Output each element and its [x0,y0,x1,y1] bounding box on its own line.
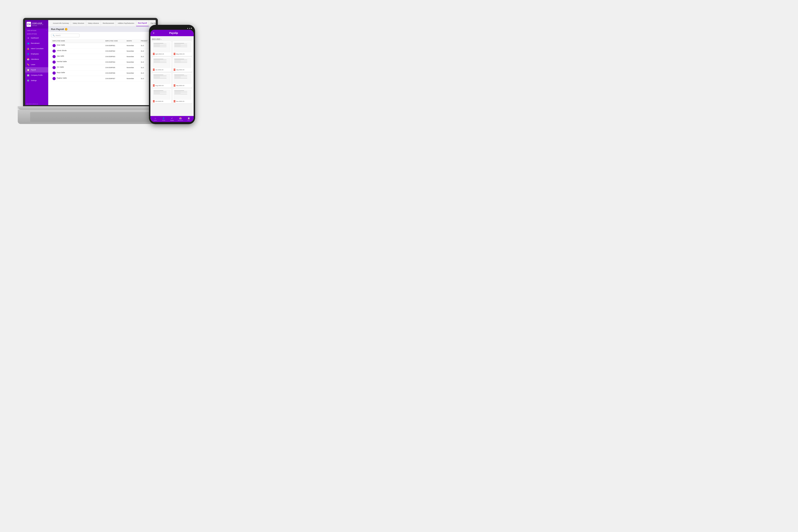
month: November [127,50,141,52]
payslip-card-may[interactable]: PDF May-2022-23 [173,41,192,56]
table-row: Raya Sable | CH3-EMP006 November 31.0 [51,70,153,76]
page-header: Run Payroll i [48,26,156,32]
sidebar: CH CONFLUXHR YOUR ALL-IN-ONE HR PARTNER … [25,20,48,105]
info-icon: i [65,28,68,31]
sidebar-item-label: Intern/ Consultant [31,48,43,50]
sidebar-item-leave[interactable]: ✏️ Leave [25,62,48,67]
leave-icon: ✏️ [27,63,30,66]
sidebar-item-recruitment[interactable]: 👥 Recruitment [25,41,48,46]
payslip-card-sep[interactable]: PDF Sep-2022-23 [173,73,192,88]
laptop-device: CH CONFLUXHR YOUR ALL-IN-ONE HR PARTNER … [18,18,163,124]
col-header-name: EMPLOYEE NAME [53,40,105,42]
laptop-screen: CH CONFLUXHR YOUR ALL-IN-ONE HR PARTNER … [25,20,156,105]
payslip-icon: ✓ [171,117,173,119]
sidebar-url: https://testv2.confluxhr.com [25,103,48,105]
year-label: 2022-2023 [152,38,160,40]
nav-salary-structure[interactable]: Salary Structure [71,20,86,26]
employee-name: Ajay sable [57,55,64,57]
recruitment-icon: 👥 [27,42,30,44]
payslip-month: April-2022-23 [155,53,164,55]
home-label: Home [154,120,157,121]
table-row: Om Sable | CH3-EMP005 November 31.0 [51,65,153,70]
nav-run-payroll[interactable]: Run Payroll [136,20,149,26]
employee-code: CH3-EMP002 [105,50,127,52]
search-icon: 🔍 [53,35,55,36]
table-header: EMPLOYEE NAME EMPLOYEE CODE MONTH PRESEN… [51,39,153,43]
payslip-card-aug[interactable]: PDF Aug-2022-23 [152,73,171,88]
sidebar-item-label: Employees [31,53,39,55]
table-row: Kiran Sable | CH3-EMP001 November 31.0 [51,43,153,49]
nav-addition-pay[interactable]: Addition Pay/Deduction [116,20,136,26]
sidebar-item-label: Payroll [31,69,36,71]
employee-name: Raya Sable [57,72,65,73]
bottom-nav-payslip[interactable]: ✓ Payslip [169,117,175,121]
sidebar-item-employees[interactable]: 👤 Employees [25,51,48,57]
phone-signal: ▲ ▲ ■ [187,27,192,29]
payslip-card-jun[interactable]: PDF Jun-2022-23 [152,57,171,72]
sidebar-item-dashboard[interactable]: ⊙ Dashboard [25,35,48,41]
payslip-label: PDF Jun-2022-23 [153,69,170,71]
payslip-month: Nov-2022-23 [176,100,184,102]
pdf-icon: PDF [174,100,175,102]
sidebar-item-payroll[interactable]: 📋 Payroll [25,67,48,73]
phone-device: ▲ ▲ ■ ≡ Payslip 2022-2023 ↓ [149,25,195,124]
bottom-nav-leave[interactable]: 📋 Leav.. [186,117,192,121]
laptop-screen-border: CH CONFLUXHR YOUR ALL-IN-ONE HR PARTNER … [23,18,158,106]
month: November [127,72,141,74]
col-header-month: MONTH [127,40,141,42]
payslip-preview [174,42,191,52]
logo-icon: CH [26,22,31,27]
sidebar-item-intern[interactable]: 🔒 Intern/ Consultant [25,46,48,51]
laptop-keyboard [18,110,163,124]
payslip-preview [174,74,191,84]
admin-options-header: ADMIN OPTIONS [25,32,48,35]
avatar [53,44,56,47]
payslip-card-oct[interactable]: PDF Oct-2022-23 [152,89,171,103]
payslip-card-jul[interactable]: PDF July-2022-23 [173,57,192,72]
sidebar-logo: CH CONFLUXHR YOUR ALL-IN-ONE HR PARTNER [25,20,48,28]
avatar [53,72,56,75]
payslip-label: PDF May-2022-23 [174,53,191,55]
bottom-nav-profile[interactable]: 👤 Profile [160,117,167,121]
payslip-card-apr[interactable]: PDF April-2022-23 [152,41,171,56]
table-row: Ashok Shinde | CH3-EMP002 November 31.0 [51,49,153,54]
sidebar-item-label: Leave [31,64,35,65]
pdf-icon: PDF [153,69,155,71]
nav-reimbursement[interactable]: Reimbursement [101,20,116,26]
col-header-code: EMPLOYEE CODE [105,40,127,42]
phone-bottom-nav: ⌂ Home 👤 Profile ✓ Payslip 📅 Attendance … [150,116,194,122]
payslip-label: PDF April-2022-23 [153,53,170,55]
employee-code: CH3-EMP004 [105,61,127,63]
main-content: Account Info Summary Salary Structure Sa… [48,20,156,105]
nav-salary-advance[interactable]: Salary Advance [86,20,101,26]
attendance-nav-icon: 📅 [179,117,182,119]
dashboard-icon: ⊙ [27,37,30,39]
employee-code: CH3-EMP001 [105,45,127,46]
month: November [127,56,141,57]
nav-account-info[interactable]: Account Info Summary [51,20,71,26]
sidebar-item-attendance[interactable]: 📅 Attendance [25,57,48,62]
table-row: Raghav Sable | CH3-EMP007 November 31.0 [51,76,153,81]
month: November [127,61,141,63]
payslip-preview [174,58,191,68]
payslip-label: PDF Oct-2022-23 [153,100,170,102]
sidebar-item-company-profile[interactable]: 🏢 Company Profile [25,73,48,78]
sidebar-item-settings[interactable]: ⚙️ Settings [25,78,48,83]
bottom-nav-home[interactable]: ⌂ Home [152,117,158,121]
attendance-label: Attendance [178,120,183,121]
page-title: Run Payroll [51,28,64,31]
payslip-card-nov[interactable]: PDF Nov-2022-23 [173,89,192,103]
search-bar[interactable]: 🔍 Search [51,34,79,37]
sidebar-item-label: Recruitment [31,42,40,44]
payslip-label: PDF July-2022-23 [174,69,191,71]
payslip-preview [153,74,170,84]
avatar [53,66,56,69]
keyboard-keys [30,112,151,122]
home-icon: ⌂ [155,117,156,119]
month: November [127,67,141,69]
bottom-nav-attendance[interactable]: 📅 Attendance [177,117,184,121]
employee-name: Kiran Sable [57,44,65,46]
pdf-icon: PDF [153,53,155,55]
top-nav: Account Info Summary Salary Structure Sa… [48,20,156,26]
hamburger-icon[interactable]: ≡ [153,32,154,34]
